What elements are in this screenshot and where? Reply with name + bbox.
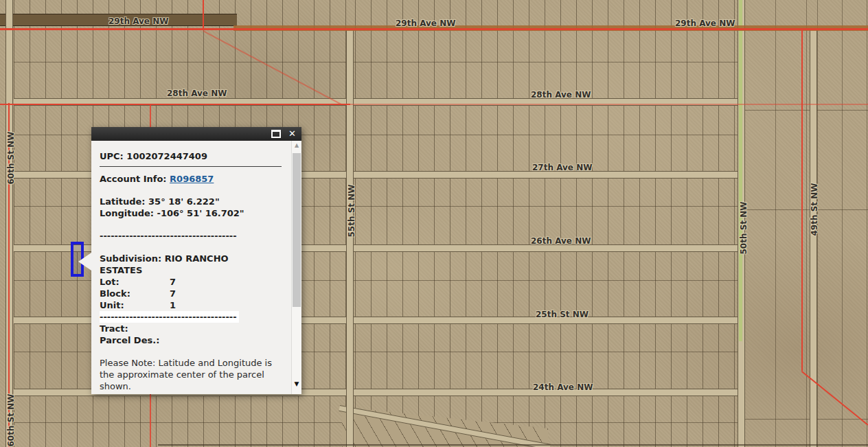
scroll-up-icon[interactable]: ▲ [292,142,301,148]
parcel-grid [744,0,810,447]
street-label: 55th St NW [347,183,356,238]
road-edge-bottom [158,444,868,446]
longitude-value: Longitude: -106° 51' 16.702" [100,207,286,219]
unit-label: Unit: [100,299,170,311]
block-value: 7 [170,288,176,299]
street-label: 28th Ave NW [167,89,227,98]
latitude-value: Latitude: 35° 18' 6.222" [100,196,286,207]
account-link[interactable]: R096857 [170,174,214,184]
block-boundary-line [744,419,868,420]
scrollbar-thumb[interactable] [293,153,301,307]
section-line-red [801,29,803,371]
unit-row: Unit: 1 [100,299,286,311]
popup-note: Please Note: Latitude and Longitude is t… [100,357,286,392]
section-line-red [350,104,868,105]
separator-dashes: ------------------------------------- [100,230,286,242]
scroll-down-icon[interactable]: ▼ [292,380,301,387]
block-boundary-line [744,110,868,111]
street-label: 60th St NW [6,393,16,447]
map-viewport[interactable]: 29th Ave NW29th Ave NW29th Ave NW28th Av… [0,0,868,447]
subdivision-value: Subdivision: RIO RANCHO ESTATES [100,253,273,276]
street-label: 26th Ave NW [531,236,591,246]
coordinates: Latitude: 35° 18' 6.222" Longitude: -106… [100,196,286,219]
parcel-grid [355,0,738,447]
block-boundary-line [14,62,738,62]
lot-value: 7 [170,276,176,288]
street-label: 24th Ave NW [533,382,593,392]
street-label: 29th Ave NW [396,19,455,28]
street-label: 29th Ave NW [675,19,735,28]
parcel-des-label: Parcel Des.: [100,334,286,346]
street-label: 50th St NW [739,200,749,255]
unit-value: 1 [170,299,176,311]
block-row: Block: 7 [100,288,286,299]
close-icon[interactable]: ✕ [288,128,296,139]
street-label: 29th Ave NW [108,16,168,26]
section-line-red [0,104,350,105]
block-label: Block: [100,288,170,299]
divider [100,166,282,167]
section-line-red [203,0,204,29]
popup-scrollbar[interactable]: ▲ ▼ [291,141,301,394]
app-window: 29th Ave NW29th Ave NW29th Ave NW28th Av… [0,0,868,447]
street-label: 60th St NW [6,130,16,185]
maximize-icon[interactable] [271,130,281,138]
lot-row: Lot: 7 [100,276,286,288]
parcel-info-popup: ✕ UPC: 1002072447409 Account Info: R0968… [91,127,301,394]
street-line-green [739,0,742,341]
account-info-label: Account Info: [100,174,167,184]
street-label: 49th St NW [810,182,819,237]
popup-title-bar[interactable]: ✕ [91,127,301,141]
street-label: 27th Ave NW [532,163,592,172]
parcel-grid [817,0,868,447]
block-boundary-line [744,209,868,210]
section-line-red [0,28,868,30]
tract-label: Tract: [100,323,286,334]
street-label: 28th Ave NW [531,90,591,100]
popup-body: UPC: 1002072447409 Account Info: R096857… [91,141,292,394]
separator-dashes: ------------------------------------- [100,311,286,323]
street-label: 25th St NW [536,310,589,319]
upc-value: UPC: 1002072447409 [100,150,286,162]
popup-pointer [78,253,91,271]
account-info-row: Account Info: R096857 [100,173,286,185]
lot-label: Lot: [100,276,170,288]
